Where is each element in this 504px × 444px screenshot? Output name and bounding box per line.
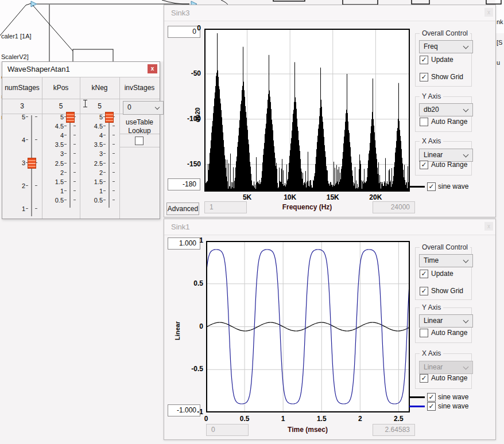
sink1-window: Sink1 x 1.000 Linear -1.000 0 Time (msec… — [164, 219, 496, 440]
dropdown-value: Time — [424, 256, 439, 264]
y-tick-label: 0.5 — [184, 279, 203, 287]
overall-mode-dropdown[interactable]: Time — [419, 254, 473, 267]
checkbox-label: Auto Range — [431, 374, 467, 382]
slider-tick: 0.5 — [80, 197, 119, 204]
y-axis-mode-dropdown[interactable]: Linear — [419, 314, 473, 328]
legend-row: ✓ sine wave — [409, 182, 468, 190]
column-header: kPos — [42, 77, 80, 99]
x-auto-range-checkbox[interactable]: ✓ — [420, 161, 428, 169]
group-label: X Axis — [420, 349, 443, 357]
x-tick-label: 1.5 — [309, 415, 334, 423]
x-axis-mode-dropdown: Linear — [419, 361, 473, 374]
slider-handle[interactable] — [105, 112, 114, 123]
advanced-button[interactable]: Advanced — [166, 202, 199, 215]
legend-checkbox[interactable]: ✓ — [427, 182, 436, 191]
dropdown-value: Linear — [424, 317, 443, 325]
spectrum-plot[interactable] — [204, 29, 410, 192]
show-grid-checkbox[interactable]: ✓ — [420, 73, 428, 81]
slider-handle[interactable] — [66, 112, 75, 123]
chevron-down-icon — [463, 258, 469, 263]
close-icon[interactable]: x — [484, 8, 493, 17]
slider-tick: 1.5 — [42, 178, 80, 185]
legend-checkbox[interactable]: ✓ — [427, 393, 436, 402]
slider-tick: 1 — [80, 188, 119, 194]
overall-control-group: Overall Control Freq ✓ Update ✓ Show Gri… — [415, 33, 472, 87]
kpos-slider[interactable]: 54.543.532.521.510.5 — [42, 114, 80, 219]
checkbox-label: Show Grid — [431, 73, 463, 81]
numstages-slider[interactable]: 54321 — [2, 114, 42, 219]
show-grid-checkbox[interactable]: ✓ — [420, 287, 428, 295]
slider-tick: 4 — [2, 137, 42, 143]
y-axis-group: Y Axis db20 Auto Range — [415, 96, 472, 132]
module-box — [486, 0, 501, 4]
x-tick-label: 1 — [270, 415, 296, 423]
checkbox-label: Update — [431, 56, 453, 64]
slider-tick: 3 — [42, 150, 80, 157]
group-label: Y Axis — [420, 303, 443, 311]
y-axis-title: Linear — [174, 315, 181, 340]
group-label: X Axis — [420, 137, 443, 145]
waveshaper-body: numStages kPos kNeg invStages 3 5 5 5432… — [2, 77, 160, 219]
x-axis-group: X Axis Linear ✓ Auto Range — [415, 353, 472, 389]
module-box — [343, 0, 378, 5]
overall-mode-dropdown[interactable]: Freq — [419, 40, 473, 53]
close-icon[interactable]: x — [484, 222, 493, 231]
update-checkbox[interactable]: ✓ — [420, 56, 428, 64]
sink3-titlebar[interactable]: Sink3 x — [164, 5, 495, 21]
y-min-input[interactable]: -180 — [168, 178, 200, 190]
usetable-checkbox[interactable] — [135, 137, 144, 145]
checkbox-label: Auto Range — [431, 329, 467, 337]
slider-tick: 4 — [80, 132, 119, 139]
legend-label: sine wave — [438, 393, 468, 401]
legend-label: sine wave — [438, 402, 468, 410]
x-tick-label: 0 — [193, 415, 219, 423]
window-title: Sink3 — [171, 9, 190, 17]
module-box — [273, 0, 305, 1]
invstages-dropdown[interactable]: 0 — [123, 101, 164, 115]
chevron-down-icon — [463, 152, 469, 158]
module-box — [412, 0, 429, 4]
panel-title: WaveShaperAtan1 — [7, 65, 70, 73]
dropdown-value: Freq — [424, 42, 438, 50]
legend-row: ✓ sine wave — [409, 393, 468, 401]
kneg-slider[interactable]: 54.543.532.521.510.5 — [80, 114, 119, 219]
chevron-down-icon — [463, 44, 469, 49]
x-axis-title: Frequency (Hz) — [238, 203, 376, 211]
waveshaper-titlebar[interactable]: WaveShaperAtan1 — [2, 62, 160, 77]
legend-line — [409, 406, 425, 407]
x-max-input[interactable]: 2.64583 — [373, 424, 415, 436]
x-tick-label: 15K — [320, 193, 346, 201]
legend-label: sine wave — [438, 182, 468, 190]
update-checkbox[interactable]: ✓ — [420, 270, 428, 278]
module-info-text-right: nk [S u — [497, 6, 503, 80]
dropdown-value: db20 — [424, 106, 439, 114]
slider-tick: 4.5 — [80, 123, 119, 130]
x-max-input[interactable]: 24000 — [373, 201, 415, 213]
y-axis-mode-dropdown[interactable]: db20 — [419, 103, 473, 116]
group-label: Overall Control — [420, 243, 470, 251]
slider-tick: 2.5 — [42, 160, 80, 167]
slider-tick: 3.5 — [80, 141, 119, 148]
legend-line — [409, 186, 425, 188]
dropdown-value: 0 — [127, 103, 131, 111]
sink1-titlebar[interactable]: Sink1 x — [164, 219, 495, 235]
slider-tick: 2.5 — [80, 160, 119, 167]
y-auto-range-checkbox[interactable] — [420, 118, 428, 126]
waveform-plot[interactable] — [206, 241, 410, 412]
y-tick-label: 0 — [181, 24, 201, 32]
x-axis-title: Time (msec) — [239, 426, 377, 434]
y-axis-group: Y Axis Linear Auto Range — [415, 307, 472, 343]
dropdown-value: Linear — [424, 363, 443, 371]
overall-control-group: Overall Control Time ✓ Update ✓ Show Gri… — [415, 247, 472, 300]
slider-tick: 0.5 — [42, 197, 80, 204]
y-auto-range-checkbox[interactable] — [420, 329, 428, 337]
value-field[interactable]: 3 — [2, 99, 42, 114]
checkbox-label: Show Grid — [431, 287, 463, 295]
legend-checkbox[interactable]: ✓ — [427, 402, 436, 411]
legend-line — [409, 396, 425, 398]
window-title: Sink1 — [171, 223, 190, 231]
invstages-column: 0 useTableLookup — [119, 77, 160, 219]
close-icon[interactable]: x — [148, 64, 157, 73]
slider-handle[interactable] — [28, 158, 36, 169]
x-auto-range-checkbox[interactable]: ✓ — [420, 374, 428, 383]
